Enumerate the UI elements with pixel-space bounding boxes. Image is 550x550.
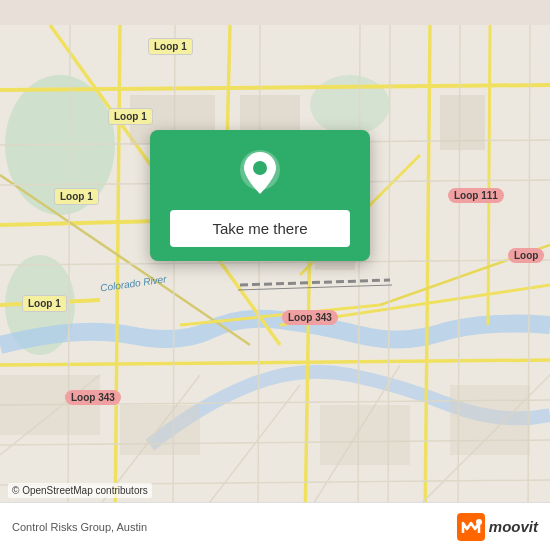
road-label-loop111: Loop 111 (448, 188, 504, 203)
road-label-loop-right: Loop (508, 248, 544, 263)
svg-rect-44 (450, 385, 530, 455)
location-name: Control Risks Group, Austin (12, 521, 147, 533)
location-card: Take me there (150, 130, 370, 261)
road-label-loop1-top: Loop 1 (148, 38, 193, 55)
map-container: Loop 1 Loop 1 Loop 1 Loop 1 Loop 111 Loo… (0, 0, 550, 550)
moovit-brand-icon (457, 513, 485, 541)
svg-point-50 (476, 519, 482, 525)
location-pin-icon (234, 148, 286, 200)
moovit-logo: moovit (457, 513, 538, 541)
svg-rect-39 (440, 95, 485, 150)
road-label-loop1-mid: Loop 1 (108, 108, 153, 125)
road-label-loop343-mid: Loop 343 (282, 310, 338, 325)
take-me-there-button[interactable]: Take me there (170, 210, 350, 247)
road-label-loop1-left: Loop 1 (54, 188, 99, 205)
svg-rect-42 (120, 405, 200, 455)
svg-rect-43 (320, 405, 410, 465)
map-background (0, 0, 550, 550)
road-label-loop343-bot: Loop 343 (65, 390, 121, 405)
moovit-text-label: moovit (489, 518, 538, 535)
svg-line-12 (488, 25, 490, 325)
svg-rect-49 (457, 513, 485, 541)
svg-rect-41 (0, 375, 100, 435)
svg-rect-38 (240, 95, 300, 135)
osm-attribution: © OpenStreetMap contributors (8, 483, 152, 498)
bottom-bar: Control Risks Group, Austin moovit (0, 502, 550, 550)
svg-point-3 (310, 75, 390, 135)
road-label-loop1-bottom: Loop 1 (22, 295, 67, 312)
svg-point-48 (253, 161, 267, 175)
